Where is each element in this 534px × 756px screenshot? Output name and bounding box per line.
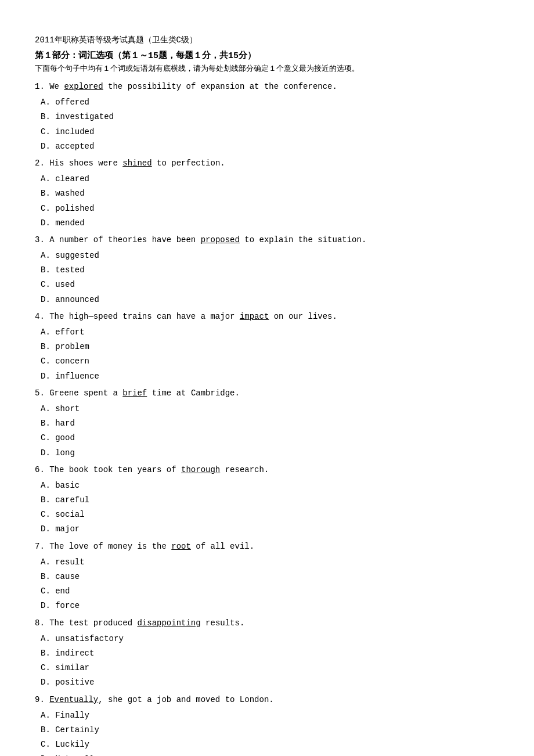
option-2-3: C. polished	[41, 201, 499, 216]
question-6: 6. The book took ten years of thorough r…	[35, 463, 499, 477]
option-4-1: A. effort	[41, 325, 499, 340]
question-9: 9. Eventually, she got a job and moved t…	[35, 693, 499, 707]
question-text-after-5: time at Cambridge.	[147, 388, 240, 398]
option-7-3: C. end	[41, 584, 499, 599]
option-2-1: A. cleared	[41, 172, 499, 186]
question-text-before-2: His shoes were	[49, 159, 122, 168]
question-underlined-8: disappointing	[137, 618, 200, 628]
question-underlined-5: brief	[122, 388, 147, 398]
option-1-3: C. included	[41, 125, 499, 139]
question-text-before-1: We	[49, 82, 64, 91]
option-5-1: A. short	[41, 402, 499, 416]
question-underlined-2: shined	[122, 159, 151, 168]
question-text-after-7: of all evil.	[191, 542, 254, 551]
option-8-2: B. indirect	[41, 646, 499, 661]
section-desc: 下面每个句子中均有１个词或短语划有底横线，请为每处划线部分确定１个意义最为接近的…	[35, 63, 499, 74]
question-block-4: 4. The high—speed trains can have a majo…	[35, 309, 499, 384]
question-number-8: 8.	[35, 618, 49, 628]
section-header: 第１部分：词汇选项（第１～15题，每题１分，共15分）	[35, 50, 499, 61]
question-number-6: 6.	[35, 465, 49, 474]
option-4-4: D. influence	[41, 369, 499, 384]
option-7-1: A. result	[41, 555, 499, 570]
question-text-before-5: Greene spent a	[49, 388, 122, 398]
question-underlined-3: proposed	[201, 235, 240, 244]
question-5: 5. Greene spent a brief time at Cambridg…	[35, 386, 499, 401]
option-1-2: B. investigated	[41, 110, 499, 124]
question-block-8: 8. The test produced disappointing resul…	[35, 616, 499, 690]
question-3: 3. A number of theories have been propos…	[35, 233, 499, 247]
question-text-after-6: research.	[220, 465, 269, 474]
question-number-2: 2.	[35, 159, 49, 168]
option-9-2: B. Certainly	[41, 723, 499, 737]
question-number-1: 1.	[35, 82, 49, 91]
question-text-before-3: A number of theories have been	[49, 235, 200, 244]
option-4-3: C. concern	[41, 354, 499, 369]
question-1: 1. We explored the possibility of expans…	[35, 80, 499, 94]
option-2-2: B. washed	[41, 186, 499, 201]
question-number-5: 5.	[35, 388, 49, 398]
option-9-3: C. Luckily	[41, 737, 499, 752]
option-4-2: B. problem	[41, 340, 499, 354]
option-8-3: C. similar	[41, 661, 499, 675]
question-text-before-8: The test produced	[49, 618, 137, 628]
question-number-9: 9.	[35, 695, 49, 704]
question-2: 2. His shoes were shined to perfection.	[35, 156, 499, 171]
option-3-3: C. used	[41, 278, 499, 292]
option-6-3: C. social	[41, 507, 499, 522]
option-6-4: D. major	[41, 522, 499, 537]
option-6-2: B. careful	[41, 493, 499, 507]
option-1-1: A. offered	[41, 95, 499, 110]
option-9-4: D. Naturally	[41, 752, 499, 756]
question-underlined-9: Eventually	[49, 695, 98, 704]
option-6-1: A. basic	[41, 478, 499, 493]
option-5-4: D. long	[41, 446, 499, 460]
question-4: 4. The high—speed trains can have a majo…	[35, 309, 499, 324]
question-text-after-3: to explain the situation.	[240, 235, 366, 244]
question-text-before-7: The love of money is the	[49, 542, 171, 551]
question-number-4: 4.	[35, 312, 49, 321]
question-text-before-6: The book took ten years of	[49, 465, 181, 474]
option-8-4: D. positive	[41, 675, 499, 690]
question-8: 8. The test produced disappointing resul…	[35, 616, 499, 631]
question-text-after-4: on our lives.	[269, 312, 337, 321]
option-5-3: C. good	[41, 431, 499, 445]
option-1-4: D. accepted	[41, 139, 499, 154]
question-block-3: 3. A number of theories have been propos…	[35, 233, 499, 307]
question-text-after-2: to perfection.	[152, 159, 225, 168]
question-underlined-4: impact	[240, 312, 269, 321]
option-7-4: D. force	[41, 599, 499, 613]
question-number-3: 3.	[35, 235, 49, 244]
question-block-7: 7. The love of money is the root of all …	[35, 539, 499, 614]
option-7-2: B. cause	[41, 570, 499, 584]
page-title: 2011年职称英语等级考试真题（卫生类C级）	[35, 35, 499, 45]
option-3-4: D. announced	[41, 293, 499, 307]
question-block-2: 2. His shoes were shined to perfection.A…	[35, 156, 499, 231]
question-block-9: 9. Eventually, she got a job and moved t…	[35, 693, 499, 757]
option-3-2: B. tested	[41, 263, 499, 278]
option-5-2: B. hard	[41, 416, 499, 431]
option-9-1: A. Finally	[41, 708, 499, 723]
question-text-after-1: the possibility of expansion at the conf…	[103, 82, 337, 91]
question-number-7: 7.	[35, 542, 49, 551]
question-text-after-8: results.	[201, 618, 245, 628]
option-3-1: A. suggested	[41, 249, 499, 263]
question-underlined-6: thorough	[181, 465, 220, 474]
question-7: 7. The love of money is the root of all …	[35, 539, 499, 554]
question-underlined-7: root	[171, 542, 191, 551]
question-underlined-1: explored	[64, 82, 103, 91]
option-8-1: A. unsatisfactory	[41, 632, 499, 646]
question-text-before-4: The high—speed trains can have a major	[49, 312, 240, 321]
question-block-5: 5. Greene spent a brief time at Cambridg…	[35, 386, 499, 460]
question-block-1: 1. We explored the possibility of expans…	[35, 80, 499, 154]
option-2-4: D. mended	[41, 216, 499, 231]
questions-list: 1. We explored the possibility of expans…	[35, 80, 499, 756]
question-text-after-9: , she got a job and moved to London.	[98, 695, 273, 704]
question-block-6: 6. The book took ten years of thorough r…	[35, 463, 499, 537]
